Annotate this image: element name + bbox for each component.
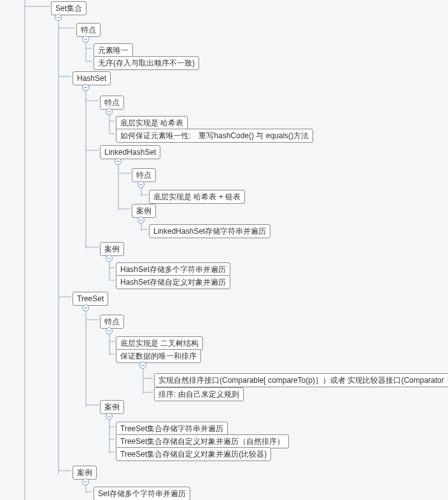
toggle-icon[interactable]	[106, 108, 113, 115]
label: 特点	[136, 171, 151, 180]
toggle-icon[interactable]	[82, 304, 89, 311]
node-hashset-impl[interactable]: 底层实现是 哈希表	[116, 116, 188, 130]
toggle-icon[interactable]	[82, 36, 89, 43]
label: 如何保证元素唯一性: 重写hashCode() 与 equals()方法	[120, 131, 309, 140]
label: 特点	[104, 317, 120, 326]
label: Set存储多个字符串并遍历	[98, 489, 186, 498]
label: 无序(存入与取出顺序不一致)	[98, 59, 195, 68]
node-lhs-features[interactable]: 特点	[132, 168, 156, 182]
label: 排序: 由自己来定义规则	[158, 390, 239, 399]
label: 保证数据的唯一和排序	[120, 352, 197, 361]
node-hashset-example-2[interactable]: HashSet存储自定义对象并遍历	[116, 275, 230, 289]
node-treeset-example-1[interactable]: TreeSet集合存储字符串并遍历	[116, 422, 228, 436]
label: 特点	[104, 98, 120, 107]
label: TreeSet集合存储字符串并遍历	[120, 424, 223, 433]
node-feature-unique[interactable]: 元素唯一	[94, 43, 133, 57]
label: HashSet存储自定义对象并遍历	[120, 278, 226, 287]
node-feature-unordered[interactable]: 无序(存入与取出顺序不一致)	[94, 56, 199, 70]
node-treeset[interactable]: TreeSet	[73, 292, 108, 306]
label: 案例	[104, 403, 120, 411]
label: 特点	[81, 25, 96, 34]
node-hashset-features[interactable]: 特点	[100, 96, 124, 110]
label: TreeSet	[77, 294, 104, 303]
label: Set集合	[55, 4, 82, 13]
node-lhs-examples[interactable]: 案例	[132, 204, 156, 218]
toggle-icon[interactable]	[106, 255, 113, 262]
node-treeset-features[interactable]: 特点	[100, 315, 124, 329]
label: LinkedHashSet	[104, 148, 156, 157]
label: 元素唯一	[98, 46, 129, 55]
toggle-icon[interactable]	[106, 413, 113, 420]
label: HashSet	[77, 74, 106, 83]
node-treeset-sort-interface[interactable]: 实现自然排序接口(Comparable[ compareTo(p)］）或者 实现…	[154, 373, 448, 387]
node-treeset-sort-rule[interactable]: 排序: 由自己来定义规则	[154, 387, 244, 401]
node-hashset-uniqueness[interactable]: 如何保证元素唯一性: 重写hashCode() 与 equals()方法	[116, 129, 313, 143]
label: 底层实现是 哈希表	[120, 118, 183, 127]
node-hashset-example-1[interactable]: HashSet存储多个字符串并遍历	[116, 262, 230, 276]
label: TreeSet集合存储自定义对象并遍历（自然排序）	[120, 437, 284, 446]
toggle-icon[interactable]	[137, 217, 144, 224]
node-linkedhashset[interactable]: LinkedHashSet	[100, 145, 160, 159]
label: 实现自然排序接口(Comparable[ compareTo(p)］）或者 实现…	[158, 376, 448, 385]
toggle-icon[interactable]	[137, 181, 144, 188]
node-lhs-example-1[interactable]: LinkedHashSet存储字符串并遍历	[149, 224, 270, 238]
node-treeset-impl[interactable]: 底层实现是 二叉树结构	[116, 336, 203, 350]
node-treeset-example-2[interactable]: TreeSet集合存储自定义对象并遍历（自然排序）	[116, 434, 289, 448]
toggle-icon[interactable]	[55, 14, 62, 21]
node-set-example-1[interactable]: Set存储多个字符串并遍历	[94, 487, 190, 500]
node-treeset-example-3[interactable]: TreeSet集合存储自定义对象并遍历(比较器)	[116, 447, 271, 461]
node-treeset-guarantee[interactable]: 保证数据的唯一和排序	[116, 349, 201, 363]
label: 案例	[136, 206, 151, 215]
label: 底层实现是 二叉树结构	[120, 339, 199, 348]
label: HashSet存储多个字符串并遍历	[120, 265, 226, 274]
node-hashset[interactable]: HashSet	[73, 71, 111, 85]
toggle-icon[interactable]	[106, 327, 113, 334]
node-lhs-impl[interactable]: 底层实现是 哈希表 + 链表	[149, 190, 245, 204]
toggle-icon[interactable]	[115, 158, 122, 165]
node-treeset-examples[interactable]: 案例	[100, 400, 124, 414]
toggle-icon[interactable]	[82, 478, 89, 485]
toggle-icon[interactable]	[139, 362, 146, 369]
label: TreeSet集合存储自定义对象并遍历(比较器)	[120, 450, 267, 459]
label: 案例	[104, 245, 120, 254]
node-set-examples[interactable]: 案例	[73, 466, 97, 480]
node-set-collection[interactable]: Set集合	[51, 1, 87, 15]
node-hashset-examples[interactable]: 案例	[100, 242, 124, 256]
toggle-icon[interactable]	[82, 84, 89, 91]
mindmap-canvas: Set集合 特点 元素唯一 无序(存入与取出顺序不一致) HashSet 特点 …	[0, 0, 448, 500]
label: 案例	[77, 468, 92, 477]
label: LinkedHashSet存储字符串并遍历	[153, 227, 266, 236]
node-features[interactable]: 特点	[76, 23, 101, 37]
label: 底层实现是 哈希表 + 链表	[153, 192, 241, 201]
